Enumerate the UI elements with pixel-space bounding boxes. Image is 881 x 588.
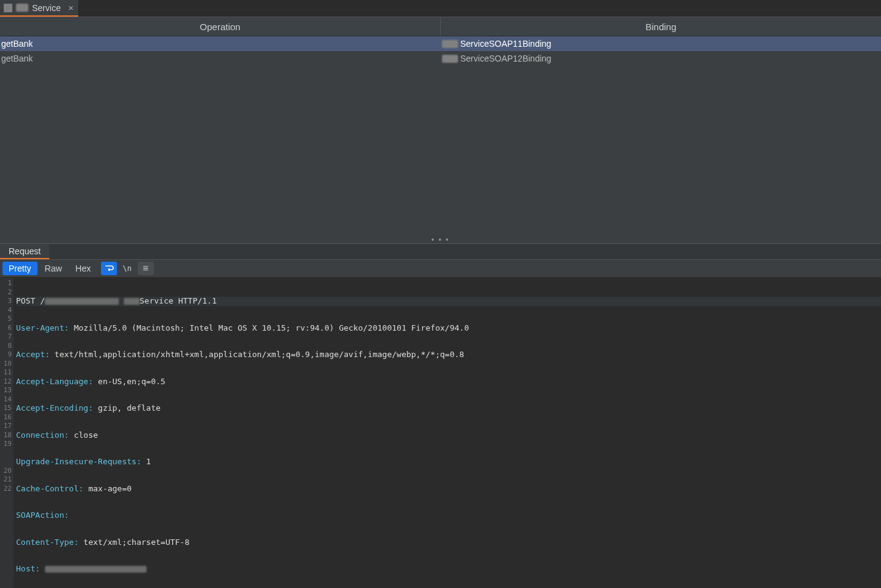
menu-icon[interactable]: ≡	[138, 262, 154, 275]
column-header-binding[interactable]: Binding	[441, 17, 881, 36]
panel-resize-handle[interactable]: • • •	[0, 237, 881, 243]
close-icon[interactable]: ×	[68, 2, 74, 13]
table-row[interactable]: getBank ServiceSOAP12Binding	[0, 51, 881, 66]
cell-binding: ServiceSOAP11Binding	[441, 39, 882, 49]
wrap-icon[interactable]	[101, 262, 117, 275]
code-area[interactable]: POST / Service HTTP/1.1 User-Agent: Mozi…	[14, 278, 881, 588]
file-icon	[4, 4, 12, 12]
editor-toolbar: Pretty Raw Hex \n ≡	[0, 259, 881, 278]
operations-table-header: Operation Binding	[0, 17, 881, 36]
redacted-prefix	[16, 4, 28, 12]
operations-table-body: getBank ServiceSOAP11Binding getBank Ser…	[0, 36, 881, 237]
tab-request[interactable]: Request	[0, 244, 49, 259]
show-newlines-icon[interactable]: \n	[119, 262, 135, 275]
cell-binding: ServiceSOAP12Binding	[441, 54, 882, 63]
message-tab-bar: Request	[0, 243, 881, 259]
cell-operation: getBank	[0, 39, 441, 49]
line-gutter: 12345678910111213141516171819202122	[0, 278, 14, 588]
redacted-prefix	[442, 55, 458, 63]
dots-icon: • • •	[432, 236, 449, 244]
cell-operation: getBank	[0, 54, 441, 63]
view-hex-button[interactable]: Hex	[70, 262, 97, 275]
redacted-prefix	[442, 40, 458, 48]
view-pretty-button[interactable]: Pretty	[2, 262, 38, 275]
view-raw-button[interactable]: Raw	[39, 262, 68, 275]
http-editor[interactable]: 12345678910111213141516171819202122 POST…	[0, 278, 881, 588]
table-row[interactable]: getBank ServiceSOAP11Binding	[0, 36, 881, 51]
column-header-operation[interactable]: Operation	[0, 17, 441, 36]
file-tab-label: Service	[32, 3, 61, 13]
file-tab-bar: Service ×	[0, 0, 881, 17]
file-tab-service[interactable]: Service ×	[0, 0, 78, 17]
